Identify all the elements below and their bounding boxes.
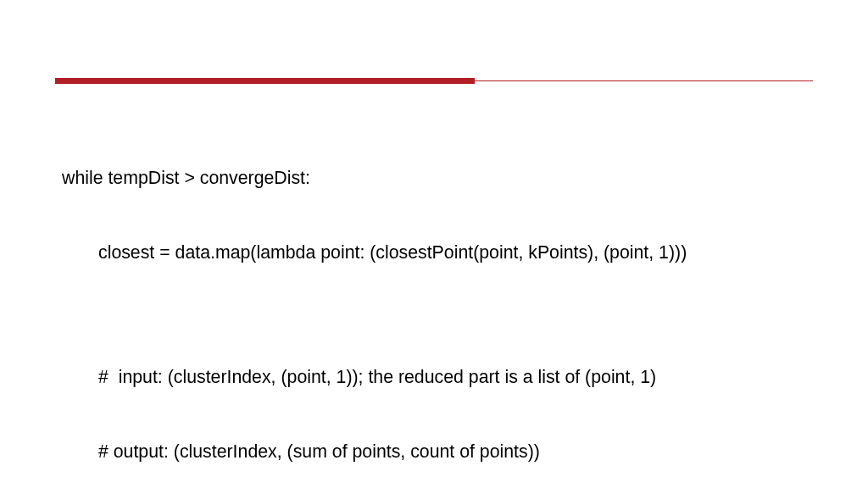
code-line: # output: (clusterIndex, (sum of points,…	[62, 440, 826, 464]
header-rule-thick	[55, 78, 475, 84]
code-line: closest = data.map(lambda point: (closes…	[62, 241, 826, 265]
code-block: while tempDist > convergeDist: closest =…	[62, 116, 826, 488]
code-line: while tempDist > convergeDist:	[62, 166, 826, 191]
code-line: # input: (clusterIndex, (point, 1)); the…	[62, 365, 826, 390]
slide: while tempDist > convergeDist: closest =…	[0, 0, 868, 488]
